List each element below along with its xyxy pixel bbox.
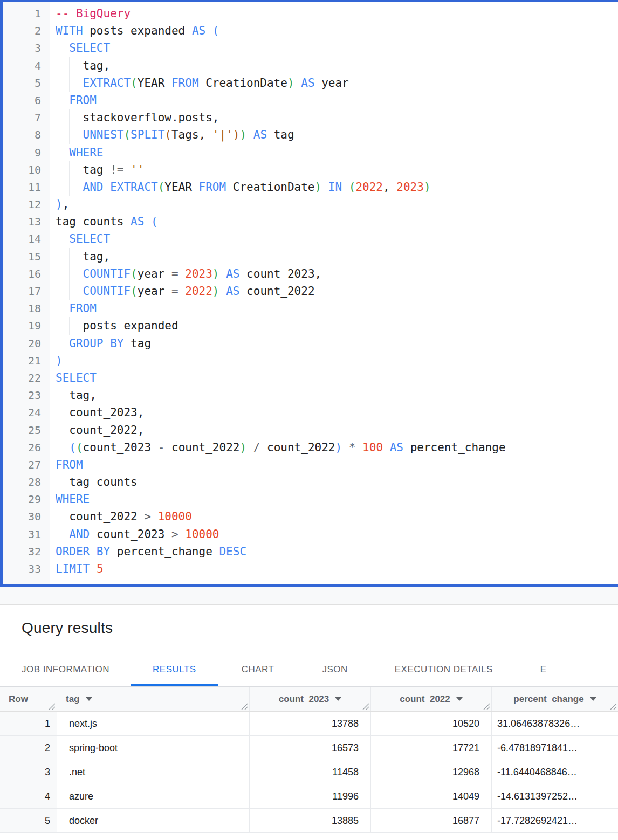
- code-token: YEAR: [164, 181, 198, 194]
- code-token: (: [158, 181, 165, 194]
- tab-json[interactable]: JSON: [298, 652, 372, 686]
- indent-guide-line: [56, 387, 56, 404]
- column-resize-handle-icon[interactable]: [241, 703, 248, 710]
- editor-code-area[interactable]: -- BigQueryWITH posts_expanded AS ( SELE…: [50, 2, 618, 584]
- column-dropdown-arrow-icon[interactable]: [86, 697, 92, 701]
- code-token: [246, 128, 253, 141]
- code-token: 10000: [185, 528, 219, 541]
- tag-cell: docker: [57, 809, 250, 832]
- column-header-percent_change[interactable]: percent_change: [492, 687, 618, 711]
- count-2022-cell: 17721: [371, 736, 492, 760]
- code-line: tag != '': [56, 161, 618, 178]
- code-token: count_2023,: [56, 406, 144, 419]
- count-2022-cell: 16877: [371, 809, 492, 832]
- percent-change-cell: -14.6131397252…: [492, 784, 618, 808]
- row-number-cell: 4: [0, 784, 57, 808]
- table-row: 1next.js137881052031.06463878326…: [0, 712, 618, 736]
- column-resize-handle-icon[interactable]: [49, 703, 56, 710]
- results-table: Rowtagcount_2023count_2022percent_change…: [0, 687, 618, 833]
- code-line: tag,: [56, 248, 618, 265]
- column-header-label: tag: [66, 694, 80, 705]
- code-token: *: [349, 441, 356, 454]
- code-token: FROM: [69, 302, 97, 315]
- code-token: (: [123, 128, 131, 141]
- indent-guide-line: [56, 422, 56, 439]
- code-token: Tags,: [171, 128, 212, 141]
- line-number: 21: [3, 352, 50, 369]
- count-2023-cell: 11996: [250, 784, 371, 808]
- code-line: posts_expanded: [56, 317, 618, 334]
- code-token: !=: [110, 163, 123, 176]
- code-line: AND count_2023 > 10000: [56, 526, 618, 543]
- tab-results[interactable]: RESULTS: [131, 652, 218, 686]
- tab-chart[interactable]: CHART: [218, 652, 298, 686]
- tag-cell: next.js: [57, 712, 250, 735]
- column-header-label: percent_change: [513, 694, 583, 705]
- tab-job-information[interactable]: JOB INFORMATION: [0, 652, 131, 686]
- code-token: [56, 232, 69, 245]
- code-token: tag,: [56, 250, 110, 263]
- code-token: [56, 528, 69, 541]
- column-header-count_2022[interactable]: count_2022: [371, 687, 492, 711]
- code-line: tag_counts: [56, 473, 618, 491]
- panel-title: Query results: [22, 619, 618, 637]
- code-token: percent_change: [110, 545, 219, 558]
- code-line: EXTRACT(YEAR FROM CreationDate) AS year: [56, 74, 618, 92]
- code-token: YEAR: [138, 77, 171, 89]
- line-number: 1: [3, 5, 50, 22]
- line-number: 33: [3, 560, 50, 577]
- tab-label: JSON: [322, 664, 347, 675]
- code-token: /: [253, 441, 260, 454]
- code-token: posts_expanded: [83, 24, 192, 37]
- code-token: AS: [192, 24, 205, 37]
- column-dropdown-arrow-icon[interactable]: [335, 697, 341, 701]
- code-line: WHERE: [56, 144, 618, 161]
- column-header-count_2023[interactable]: count_2023: [250, 687, 371, 711]
- indent-guide-line: [56, 283, 56, 300]
- column-resize-handle-icon[interactable]: [483, 703, 490, 710]
- indent-guide-line: [56, 178, 56, 196]
- tab-e[interactable]: E: [516, 652, 547, 686]
- tab-execution-details[interactable]: EXECUTION DETAILS: [372, 652, 516, 686]
- row-number-cell: 3: [0, 760, 57, 784]
- code-token: 2023: [396, 181, 424, 194]
- code-token: count_2023: [83, 441, 158, 454]
- line-number: 16: [3, 265, 50, 283]
- indent-guide-line: [56, 92, 56, 109]
- column-header-row[interactable]: Row: [0, 687, 57, 711]
- code-token: (: [131, 267, 138, 280]
- code-line: GROUP BY tag: [56, 335, 618, 352]
- indent-guide-line: [56, 57, 56, 74]
- count-2022-cell: 10520: [371, 712, 492, 735]
- indent-guide-line: [56, 473, 56, 491]
- code-line: FROM: [56, 456, 618, 473]
- column-dropdown-arrow-icon[interactable]: [590, 697, 596, 701]
- code-token: 10000: [158, 510, 192, 523]
- code-token: ): [315, 181, 322, 194]
- code-token: [178, 528, 186, 541]
- query-results-panel: Query results JOB INFORMATIONRESULTSCHAR…: [0, 605, 618, 840]
- line-number: 4: [3, 57, 50, 74]
- code-token: ,: [383, 181, 396, 194]
- code-token: count_2022,: [56, 424, 144, 437]
- count-2022-cell: 14049: [371, 784, 492, 808]
- code-token: '': [131, 163, 144, 176]
- column-dropdown-arrow-icon[interactable]: [456, 697, 463, 701]
- code-token: (: [131, 285, 138, 298]
- line-number: 28: [3, 473, 50, 491]
- column-resize-handle-icon[interactable]: [610, 703, 617, 710]
- sql-editor[interactable]: 1234567891011121314151617181920212223242…: [0, 0, 618, 587]
- line-number: 9: [3, 144, 50, 161]
- code-token: AS: [253, 128, 267, 141]
- column-header-tag[interactable]: tag: [57, 687, 250, 711]
- tab-label: JOB INFORMATION: [22, 664, 109, 675]
- bigquery-screen: 1234567891011121314151617181920212223242…: [0, 0, 618, 840]
- line-number: 3: [3, 39, 50, 57]
- code-token: (: [69, 441, 76, 454]
- column-resize-handle-icon[interactable]: [362, 703, 369, 710]
- line-number: 27: [3, 456, 50, 473]
- code-token: [56, 94, 69, 107]
- line-number: 32: [3, 543, 50, 560]
- code-line: ),: [56, 196, 618, 213]
- line-number: 2: [3, 22, 50, 39]
